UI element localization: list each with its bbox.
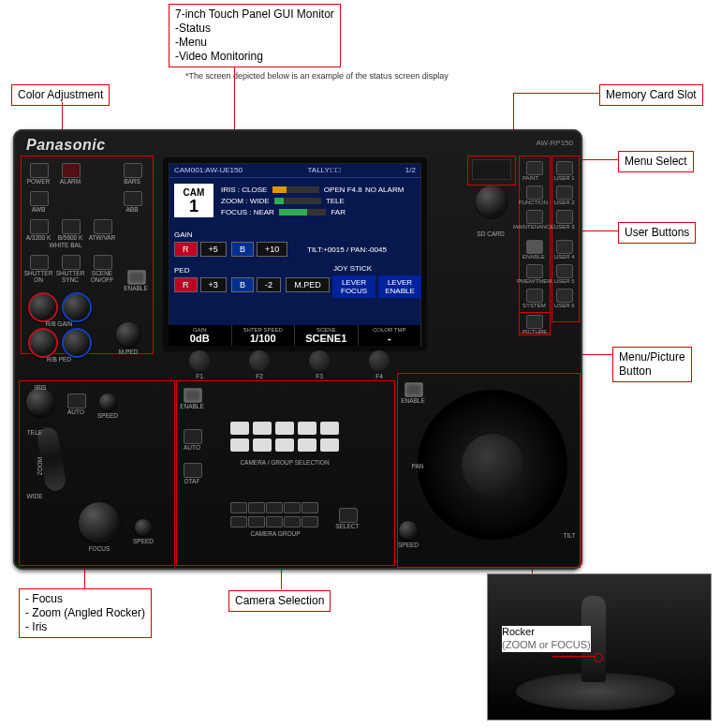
screen-header: CAM001:AW-UE150 TALLY:□□ 1/2 <box>169 163 421 178</box>
joystick-well <box>418 390 567 540</box>
cam-btn-6[interactable] <box>230 438 249 452</box>
grp-btn-1[interactable] <box>230 502 247 513</box>
f1-encoder[interactable] <box>189 350 210 371</box>
callout-user-buttons: User Buttons <box>618 222 696 244</box>
grp-btn-4[interactable] <box>284 502 301 513</box>
pan-label: PAN <box>399 463 436 469</box>
ped-r-val: +3 <box>200 277 227 292</box>
function-button[interactable] <box>526 186 543 200</box>
user1-button[interactable] <box>556 161 573 175</box>
zoom-label: ZOOM <box>37 448 43 485</box>
gain-chips: R+5 B+10 <box>174 242 290 257</box>
user3-button[interactable] <box>556 210 573 224</box>
camsel-auto-button[interactable] <box>184 429 202 444</box>
grp-btn-8[interactable] <box>266 516 283 527</box>
grp-btn-2[interactable] <box>248 502 265 513</box>
picture-label: PICTURE <box>522 329 569 334</box>
tilt-pan-readout: TILT:+0015 / PAN:-0045 <box>307 245 387 254</box>
sd-card-dial[interactable] <box>476 186 508 217</box>
camsel-otaf-button[interactable] <box>184 463 202 478</box>
user6-button[interactable] <box>556 289 573 303</box>
cam-btn-3[interactable] <box>275 422 294 435</box>
group-select-button[interactable] <box>339 508 358 523</box>
joy-enable-button[interactable] <box>405 382 423 397</box>
r-ped-knob[interactable] <box>28 328 58 358</box>
power-button[interactable] <box>30 163 49 178</box>
user2-button[interactable] <box>556 186 573 200</box>
user5-button[interactable] <box>556 264 573 278</box>
ped-r-chip: R <box>174 277 198 292</box>
wb-b-button[interactable] <box>62 219 81 234</box>
tilt-label: TILT <box>551 532 588 539</box>
cam-btn-9[interactable] <box>298 438 316 452</box>
scene-onoff-label: SCENE ON/OFF <box>83 270 121 283</box>
joystick[interactable] <box>462 434 523 496</box>
camsel-otaf-label: OTAF <box>173 478 211 484</box>
screen-footer: GAIN0dB SHTER SPEED1/100 SCENESCENE1 COL… <box>169 325 421 346</box>
grp-btn-6[interactable] <box>230 516 247 527</box>
maintenance-label: MAINTENANCE <box>513 224 560 230</box>
lever-enable-chip: LEVER ENABLE <box>378 275 421 298</box>
joy-speed-label: SPEED <box>390 542 427 548</box>
wb-a-button[interactable] <box>30 219 49 234</box>
grp-btn-9[interactable] <box>284 516 301 527</box>
alarm-button[interactable] <box>62 163 81 178</box>
focus-knob[interactable] <box>79 502 120 543</box>
zoom-name: ZOOM <box>221 197 243 205</box>
bars-button[interactable] <box>124 163 142 178</box>
f3-label: F3 <box>301 373 338 379</box>
f3-encoder[interactable] <box>309 350 330 371</box>
abb-button[interactable] <box>124 191 142 206</box>
cam-btn-7[interactable] <box>253 438 272 452</box>
shutter-on-button[interactable] <box>30 255 49 270</box>
system-button[interactable] <box>526 289 543 303</box>
sd-card-slot[interactable] <box>472 159 511 180</box>
enable-left-button[interactable] <box>127 270 146 285</box>
iris-auto-button[interactable] <box>67 394 86 409</box>
iris-knob[interactable] <box>26 388 54 416</box>
cam-btn-5[interactable] <box>320 422 339 435</box>
atw-var-button[interactable] <box>94 219 112 234</box>
iris-speed-knob[interactable] <box>99 394 116 410</box>
leader-line <box>513 93 599 94</box>
pmem-tmem-button[interactable] <box>526 264 543 278</box>
camsel-enable-button[interactable] <box>184 388 202 403</box>
grp-btn-3[interactable] <box>266 502 283 513</box>
mped-knob[interactable] <box>116 322 140 347</box>
rb-gain-label: R/B GAIN <box>40 320 78 327</box>
cam-btn-10[interactable] <box>320 438 339 452</box>
b-ped-knob[interactable] <box>62 328 92 358</box>
awb-button[interactable] <box>30 191 49 206</box>
callout-color-adjustment: Color Adjustment <box>11 84 110 106</box>
focus-speed-knob[interactable] <box>135 519 152 536</box>
scene-onoff-button[interactable] <box>94 255 112 270</box>
user4-button[interactable] <box>556 240 573 254</box>
grp-btn-7[interactable] <box>248 516 265 527</box>
grp-btn-5[interactable] <box>302 502 318 513</box>
grp-btn-10[interactable] <box>302 516 318 527</box>
cam-btn-2[interactable] <box>253 422 272 435</box>
touch-panel-screen[interactable]: CAM001:AW-UE150 TALLY:□□ 1/2 CAM 1 IRIS … <box>163 157 427 351</box>
menu-enable-button[interactable] <box>526 240 543 254</box>
paint-button[interactable] <box>526 161 543 175</box>
ped-section-label: PED <box>174 266 189 275</box>
maintenance-button[interactable] <box>526 210 543 224</box>
f2-encoder[interactable] <box>249 350 270 371</box>
user1-label: USER 1 <box>554 175 601 181</box>
cam-btn-8[interactable] <box>275 438 294 452</box>
shutter-sync-button[interactable] <box>62 255 81 270</box>
picture-button[interactable] <box>526 315 543 329</box>
joy-speed-knob[interactable] <box>399 521 418 540</box>
gain-b-chip: B <box>231 242 254 257</box>
cam-btn-1[interactable] <box>230 422 249 435</box>
focus-left: NEAR <box>254 208 274 216</box>
f4-encoder[interactable] <box>369 350 390 371</box>
cam-btn-4[interactable] <box>298 422 316 435</box>
user2-label: USER 2 <box>554 200 601 205</box>
zoom-right: TELE <box>326 197 345 205</box>
r-gain-knob[interactable] <box>28 292 58 322</box>
callout-camera-selection: Camera Selection <box>228 590 331 612</box>
mped-label: M.PED <box>110 349 147 355</box>
touch-panel-note: *The screen depicted below is an example… <box>185 71 449 81</box>
b-gain-knob[interactable] <box>62 292 92 322</box>
